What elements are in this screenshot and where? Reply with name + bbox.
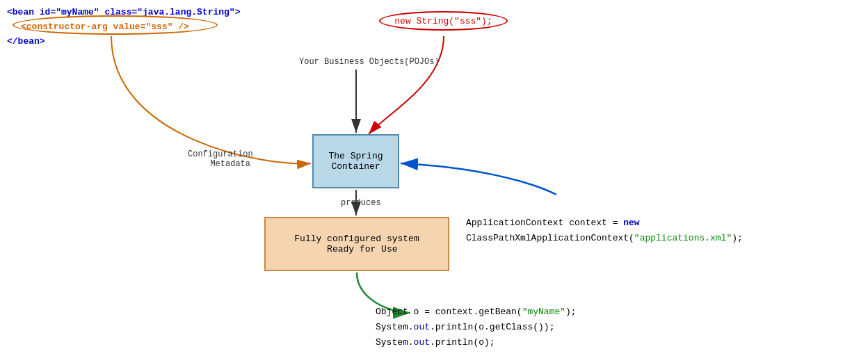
get-bean-line3: System.out.println(o);: [376, 337, 495, 348]
oval-constructor-arg: [13, 15, 218, 35]
app-context-line1: ApplicationContext context =: [466, 218, 623, 228]
spring-container-box: The Spring Container: [312, 134, 399, 188]
spring-container-text: The Spring Container: [314, 151, 398, 172]
new-string-label-container: new String("sss");: [379, 11, 508, 31]
app-context-code: ApplicationContext context = new ClassPa…: [466, 215, 743, 246]
get-bean-line1: Object o = context.getBean("myName");: [376, 307, 577, 317]
diagram-container: <bean id="myName" class="java.lang.Strin…: [0, 0, 868, 358]
app-context-new: new: [623, 218, 639, 228]
business-objects-label: Your Business Objects(POJOs): [299, 57, 440, 67]
produces-label: produces: [341, 198, 381, 208]
new-string-text: new String("sss");: [394, 16, 492, 26]
app-context-line2: ClassPathXmlApplicationContext("applicat…: [466, 233, 743, 243]
get-bean-line2: System.out.println(o.getClass());: [376, 322, 554, 332]
bean-close-tag: </bean>: [7, 36, 45, 47]
config-metadata-label: Configuration Metadata: [188, 149, 253, 169]
get-bean-code: Object o = context.getBean("myName"); Sy…: [376, 304, 577, 350]
output-box: Fully configured system Ready for Use: [264, 217, 449, 271]
output-box-text: Fully configured system Ready for Use: [294, 234, 419, 254]
